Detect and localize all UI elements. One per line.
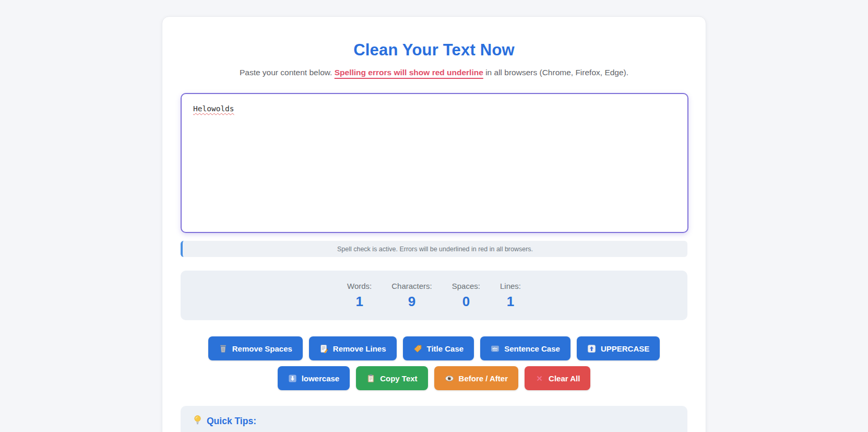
lowercase-button[interactable]: lowercase [278,366,350,390]
abc-icon: abc [491,344,500,353]
lightbulb-icon [193,415,202,428]
remove-lines-button[interactable]: Remove Lines [309,336,397,360]
stat-lines-label: Lines: [500,282,521,290]
stat-lines: Lines: 1 [498,282,523,310]
copy-text-button[interactable]: Copy Text [356,366,427,390]
remove-lines-label: Remove Lines [333,344,386,353]
before-after-button[interactable]: Before / After [434,366,518,390]
subtitle-suffix: in all browsers (Chrome, Firefox, Edge). [483,68,628,77]
stat-words-label: Words: [347,282,372,290]
lowercase-label: lowercase [302,374,340,383]
svg-text:abc: abc [492,347,498,350]
uppercase-label: UPPERCASE [601,344,649,353]
stat-characters-value: 9 [391,294,432,310]
quick-tips-heading: Quick Tips: [193,415,675,428]
remove-spaces-button[interactable]: Remove Spaces [208,336,303,360]
up-arrow-icon [587,344,596,353]
sentence-case-button[interactable]: abc Sentence Case [480,336,570,360]
subtitle-prefix: Paste your content below. [240,68,335,77]
stat-words-value: 1 [347,294,372,310]
tag-icon [413,344,422,353]
remove-spaces-label: Remove Spaces [232,344,292,353]
stat-spaces-label: Spaces: [452,282,480,290]
clear-all-button[interactable]: Clear All [525,366,590,390]
main-card: Clean Your Text Now Paste your content b… [162,16,706,432]
x-icon [535,374,544,383]
spellcheck-notice: Spell check is active. Errors will be un… [181,241,687,257]
stat-spaces: Spaces: 0 [450,282,482,310]
down-arrow-icon [288,374,297,383]
clipboard-icon [366,374,375,383]
page-title: Clean Your Text Now [181,41,687,60]
page-subtitle: Paste your content below. Spelling error… [181,68,687,77]
sentence-case-label: Sentence Case [504,344,560,353]
button-row-1: Remove Spaces Remove Lines [181,336,687,360]
copy-text-label: Copy Text [380,374,417,383]
button-row-2: lowercase Copy Text [181,366,687,390]
quick-tips-panel: Quick Tips: [181,406,687,432]
eye-icon [445,374,454,383]
stat-characters-label: Characters: [391,282,432,290]
trash-icon [219,344,228,353]
text-input-value: Helowolds [193,104,234,113]
stat-spaces-value: 0 [452,294,480,310]
subtitle-highlight: Spelling errors will show red underline [335,68,483,77]
uppercase-button[interactable]: UPPERCASE [577,336,660,360]
stat-words: Words: 1 [345,282,374,310]
before-after-label: Before / After [459,374,508,383]
stat-characters: Characters: 9 [389,282,434,310]
title-case-button[interactable]: Title Case [403,336,474,360]
memo-icon [319,344,328,353]
quick-tips-title: Quick Tips: [207,416,256,427]
text-input[interactable]: Helowolds [181,93,688,233]
stat-lines-value: 1 [500,294,521,310]
stats-panel: Words: 1 Characters: 9 Spaces: 0 Lines: … [181,271,687,320]
title-case-label: Title Case [427,344,464,353]
spellcheck-notice-text: Spell check is active. Errors will be un… [337,246,533,253]
clear-all-label: Clear All [549,374,580,383]
